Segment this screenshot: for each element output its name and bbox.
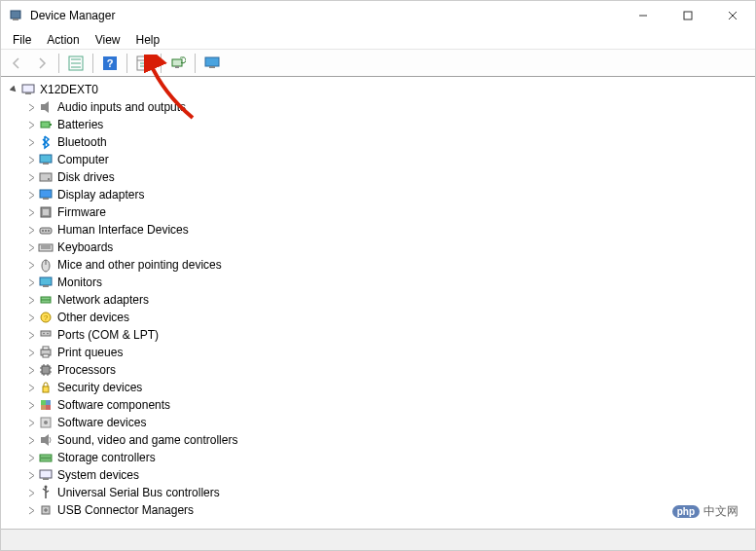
svg-rect-52 (43, 347, 49, 349)
tree-category-label: Ports (COM & LPT) (57, 326, 159, 344)
tree-category-node[interactable]: Disk drives (24, 168, 749, 186)
device-tree[interactable]: X12DEXT0 Audio inputs and outputsBatteri… (1, 77, 755, 529)
tree-category-node[interactable]: Storage controllers (24, 449, 749, 466)
watermark-text: 中文网 (703, 503, 738, 520)
tree-category-node[interactable]: Security devices (24, 379, 749, 396)
collapse-arrow-icon[interactable] (24, 121, 38, 129)
tree-category-node[interactable]: Computer (24, 151, 749, 168)
tree-category-node[interactable]: Sound, video and game controllers (24, 431, 749, 449)
collapse-arrow-icon[interactable] (24, 313, 38, 322)
collapse-arrow-icon[interactable] (24, 261, 38, 270)
tree-category-node[interactable]: Audio inputs and outputs (24, 98, 749, 116)
maximize-button[interactable] (666, 1, 710, 30)
collapse-arrow-icon[interactable] (24, 278, 38, 287)
show-hide-tree-button[interactable] (64, 52, 88, 75)
svg-rect-70 (41, 437, 45, 443)
tree-category-node[interactable]: Software components (24, 396, 749, 414)
tree-category-node[interactable]: Processors (24, 361, 749, 379)
disk-icon (38, 169, 54, 185)
collapse-arrow-icon[interactable] (24, 138, 38, 147)
collapse-arrow-icon[interactable] (24, 401, 38, 410)
tree-category-label: Sound, video and game controllers (57, 431, 237, 449)
svg-rect-74 (43, 478, 49, 480)
collapse-arrow-icon[interactable] (24, 191, 38, 200)
svg-rect-16 (172, 59, 182, 66)
tree-category-node[interactable]: Software devices (24, 414, 749, 431)
tree-category-label: Bluetooth (57, 133, 107, 151)
scan-hardware-button[interactable] (166, 52, 190, 75)
tree-category-label: Audio inputs and outputs (57, 98, 186, 116)
collapse-arrow-icon[interactable] (24, 296, 38, 305)
tree-category-node[interactable]: Human Interface Devices (24, 221, 749, 239)
tree-category-label: Keyboards (57, 239, 113, 256)
collapse-arrow-icon[interactable] (24, 156, 38, 165)
tree-icon (68, 55, 84, 71)
tree-root-label: X12DEXT0 (40, 81, 98, 98)
tree-category-node[interactable]: System devices (24, 466, 749, 484)
svg-rect-18 (205, 57, 219, 66)
collapse-arrow-icon[interactable] (24, 243, 38, 252)
svg-text:?: ? (44, 313, 49, 322)
svg-rect-53 (43, 354, 49, 357)
collapse-arrow-icon[interactable] (24, 103, 38, 112)
tree-root-node[interactable]: X12DEXT0 (7, 81, 749, 98)
toolbar-separator (195, 54, 196, 73)
svg-rect-73 (40, 470, 52, 478)
collapse-arrow-icon[interactable] (24, 489, 38, 497)
software-component-icon (38, 397, 54, 413)
devices-and-printers-button[interactable] (200, 52, 224, 75)
collapse-arrow-icon[interactable] (24, 349, 38, 357)
tree-category-label: System devices (57, 466, 139, 484)
collapse-arrow-icon[interactable] (24, 173, 38, 182)
svg-rect-48 (41, 331, 51, 336)
close-button[interactable] (710, 1, 755, 30)
menu-action[interactable]: Action (39, 31, 87, 49)
tree-category-node[interactable]: ?Other devices (24, 309, 749, 326)
tree-category-node[interactable]: Bluetooth (24, 133, 749, 151)
expand-arrow-icon[interactable] (7, 86, 20, 94)
menu-view[interactable]: View (88, 31, 128, 49)
tree-category-node[interactable]: Firmware (24, 203, 749, 221)
help-button[interactable]: ? (98, 52, 122, 75)
tree-category-node[interactable]: Network adapters (24, 291, 749, 309)
tree-category-label: Human Interface Devices (57, 221, 189, 239)
collapse-arrow-icon[interactable] (24, 384, 38, 392)
collapse-arrow-icon[interactable] (24, 331, 38, 340)
collapse-arrow-icon[interactable] (24, 226, 38, 235)
tree-category-node[interactable]: USB Connector Managers (24, 501, 749, 519)
menu-file[interactable]: File (5, 31, 39, 49)
tree-category-node[interactable]: Display adapters (24, 186, 749, 203)
firmware-icon (38, 204, 54, 220)
tree-category-label: Firmware (57, 203, 106, 221)
svg-rect-27 (40, 173, 52, 181)
tree-category-label: Display adapters (57, 186, 144, 203)
collapse-arrow-icon[interactable] (24, 454, 38, 462)
toolbar: ? (1, 50, 755, 77)
tree-category-label: Universal Serial Bus controllers (57, 484, 220, 501)
forward-button (30, 52, 54, 75)
tree-category-node[interactable]: Batteries (24, 116, 749, 133)
svg-rect-17 (175, 66, 179, 68)
tree-category-node[interactable]: Monitors (24, 274, 749, 291)
tree-category-node[interactable]: Universal Serial Bus controllers (24, 484, 749, 501)
collapse-arrow-icon[interactable] (24, 471, 38, 480)
properties-button[interactable] (132, 52, 156, 75)
usb-icon (38, 485, 54, 500)
minimize-button[interactable] (621, 1, 666, 30)
tree-category-label: Batteries (57, 116, 103, 133)
collapse-arrow-icon[interactable] (24, 436, 38, 445)
tree-category-node[interactable]: Mice and other pointing devices (24, 256, 749, 274)
tree-category-node[interactable]: Ports (COM & LPT) (24, 326, 749, 344)
collapse-arrow-icon[interactable] (24, 506, 38, 515)
tree-category-node[interactable]: Print queues (24, 344, 749, 361)
svg-rect-20 (22, 85, 34, 92)
collapse-arrow-icon[interactable] (24, 208, 38, 217)
watermark: php 中文网 (666, 501, 744, 522)
computer-root-icon (20, 82, 36, 97)
menu-help[interactable]: Help (128, 31, 168, 49)
collapse-arrow-icon[interactable] (24, 366, 38, 375)
svg-rect-24 (50, 124, 52, 126)
tree-category-node[interactable]: Keyboards (24, 239, 749, 256)
security-icon (38, 380, 54, 395)
collapse-arrow-icon[interactable] (24, 419, 38, 427)
